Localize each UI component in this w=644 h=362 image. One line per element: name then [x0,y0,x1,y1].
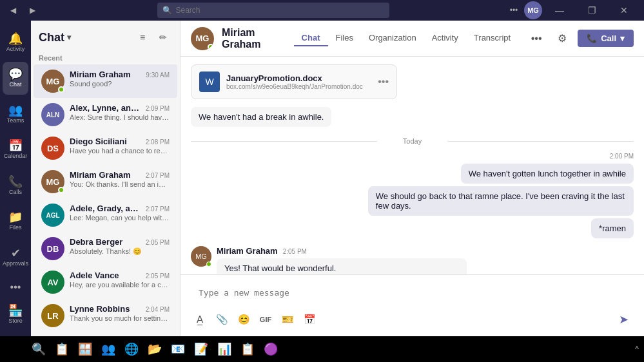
chat-item-name: Diego Siciliani [70,137,127,146]
more-apps-button[interactable]: ••• [10,281,21,293]
chat-item[interactable]: AGL Adele, Grady, and Lee 2:07 PM Lee: M… [34,198,177,232]
chat-item[interactable]: LR Lynne Robbins 2:04 PM Thank you so mu… [34,299,177,332]
chat-item-preview: Lee: Megan, can you help with Grady's re… [70,214,170,222]
calls-icon: 📞 [8,176,23,187]
sticker-button[interactable]: 🎫 [278,310,297,329]
send-button[interactable]: ➤ [613,309,634,330]
tab-activity[interactable]: Activity [424,30,466,46]
search-button[interactable]: 🔍 [28,339,49,359]
teams-taskbar-button[interactable]: 👥 [98,339,119,359]
more-button[interactable]: ••• [506,3,522,18]
chat-item-name: Debra Berger [70,237,122,247]
sidebar-item-teams[interactable]: 👥 Teams [3,97,28,131]
store-button[interactable]: 🪟 [75,339,95,359]
sidebar-item-calls[interactable]: 📞 Calls [3,169,28,202]
back-button[interactable]: ◀ [5,3,21,18]
sidebar-item-chat[interactable]: 💬 Chat [3,62,28,95]
avatar: LR [41,304,64,327]
call-button[interactable]: 📞 Call ▾ [578,30,634,47]
chat-item[interactable]: MG Miriam Graham 2:07 PM You: Ok thanks.… [34,165,177,198]
chat-item-avatar-wrap: MG [41,170,64,193]
chat-item[interactable]: AV Adele Vance 2:05 PM Hey, are you avai… [34,265,177,299]
chat-list-title-text: Chat [39,31,64,44]
taskbar-show-hidden-button[interactable]: ^ [635,345,639,354]
incoming-message-group: MG Miriam Graham 2:05 PM Yes! That would… [191,246,634,274]
chat-item-top: Alex, Lynne, and Nestor 2:09 PM [70,103,170,113]
chat-items: MG Miriam Graham 9:30 AM Sound good? ALN [31,64,180,336]
sidebar-item-teams-label: Teams [7,117,24,124]
chat-item-preview: Alex: Sure thing. I should have an updat… [70,113,170,121]
sidebar-item-approvals[interactable]: ✔ Approvals [3,240,28,274]
powerpoint-button[interactable]: 📋 [237,339,258,359]
restore-button[interactable]: ❐ [577,0,607,21]
format-button[interactable]: A̲ [191,310,209,329]
taskview-button[interactable]: 📋 [52,339,72,359]
sidebar-item-files[interactable]: 📁 Files [3,205,28,238]
tab-files[interactable]: Files [328,30,361,46]
minimize-button[interactable]: — [545,0,574,21]
search-box[interactable]: 🔍 [157,3,389,18]
chat-item-time: 2:07 PM [146,172,170,179]
doc-menu-button[interactable]: ••• [378,76,389,88]
titlebar-left: ◀ ▶ [5,3,40,18]
chat-list-header: Chat ▾ ≡ ✏ [31,21,180,52]
sender-content: Miriam Graham 2:05 PM Yes! That would be… [217,246,634,274]
titlebar-right: ••• MG — ❐ ✕ [506,0,639,21]
compose-button[interactable]: ✏ [154,28,172,46]
avatar[interactable]: MG [524,1,542,19]
calendar-icon: 📅 [8,140,23,151]
sidebar-item-activity[interactable]: 🔔 Activity [3,26,28,59]
edge-button[interactable]: 🌐 [121,339,142,359]
close-button[interactable]: ✕ [609,0,639,21]
tab-organization[interactable]: Organization [361,30,424,46]
message-bubble-right: *ramen [591,218,634,238]
gif-button[interactable]: GIF [257,310,275,329]
attach-button[interactable]: 📎 [213,310,231,329]
tab-chat[interactable]: Chat [294,30,328,46]
explorer-button[interactable]: 📂 [144,339,165,359]
chat-item[interactable]: DB Debra Berger 2:05 PM Absolutely. Than… [34,232,177,265]
chat-item-content: Miriam Graham 9:30 AM Sound good? [70,70,170,88]
phone-icon: 📞 [587,33,597,43]
schedule-button[interactable]: 📅 [300,310,318,329]
chat-item-preview: Absolutely. Thanks! 😊 [70,247,170,256]
chat-item-time: 2:04 PM [146,306,170,313]
document-card[interactable]: W JanuaryPromotion.docx box.com/s/w9eo6e… [191,64,397,99]
message-bubble-right: We should go back to that ramne place. I… [368,186,634,216]
settings-button[interactable]: ⚙ [552,28,572,49]
outlook-button[interactable]: 📧 [168,339,188,359]
chat-item[interactable]: MG Miriam Graham 9:30 AM Sound good? [34,64,177,98]
chat-item[interactable]: DS Diego Siciliani 2:08 PM Have you had … [34,131,177,165]
chat-header: MG Miriam Graham Chat Files Organization… [181,21,644,57]
filter-button[interactable]: ≡ [133,28,151,46]
tab-transcript[interactable]: Transcript [466,30,518,46]
excel-button[interactable]: 📊 [214,339,235,359]
search-input[interactable] [176,6,384,15]
more-options-button[interactable]: ••• [526,28,547,49]
chat-item-content: Adele Vance 2:05 PM Hey, are you availab… [70,271,170,289]
start-button[interactable]: ⊞ [5,339,26,359]
chat-item-preview: Have you had a chance to review the prop… [70,147,170,155]
sidebar-item-store[interactable]: 🏪 Store [3,298,28,332]
sidebar-item-activity-label: Activity [6,46,25,52]
teams2-button[interactable]: 🟣 [260,339,281,359]
word-button[interactable]: 📝 [191,339,211,359]
sender-avatar: MG [191,246,211,267]
message-input[interactable] [191,281,634,304]
chat-item-content: Alex, Lynne, and Nestor 2:09 PM Alex: Su… [70,103,170,121]
chat-item-content: Miriam Graham 2:07 PM You: Ok thanks. I'… [70,170,170,188]
messages-area: W JanuaryPromotion.docx box.com/s/w9eo6e… [181,57,644,274]
chat-item[interactable]: ALN Alex, Lynne, and Nestor 2:09 PM Alex… [34,98,177,131]
sidebar-item-calendar[interactable]: 📅 Calendar [3,133,28,167]
message-bubble-right: We haven't gotten lunch together in awhi… [461,164,634,184]
forward-button[interactable]: ▶ [24,3,40,18]
message-bubble-left: We haven't had a break in awhile. [191,107,331,127]
chat-item-time: 2:08 PM [146,138,170,146]
online-indicator [58,86,64,93]
chat-list-title: Chat ▾ [39,31,71,44]
avatar: AGL [41,204,64,227]
search-icon: 🔍 [162,6,172,15]
avatar: DB [41,237,64,260]
chat-list-title-chevron[interactable]: ▾ [67,33,71,42]
emoji-button[interactable]: 😊 [235,310,253,329]
